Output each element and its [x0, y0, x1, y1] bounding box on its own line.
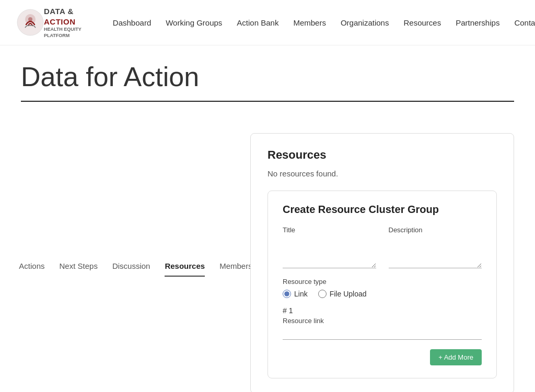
create-cluster-form-title: Create Resource Cluster Group [283, 204, 482, 216]
sidebar-item-next-steps[interactable]: Next Steps [60, 255, 98, 277]
radio-file-input[interactable] [318, 290, 327, 298]
description-field: Description [389, 226, 482, 268]
sidebar: Actions Next Steps Discussion Resources … [21, 133, 250, 392]
content-panel: Resources No resources found. Create Res… [250, 133, 514, 392]
nav-contact[interactable]: Contact [514, 18, 535, 27]
add-more-button[interactable]: + Add More [430, 349, 482, 365]
nav-action-bank[interactable]: Action Bank [237, 18, 278, 27]
title-input[interactable] [283, 237, 376, 268]
create-cluster-form: Create Resource Cluster Group Title Desc… [268, 191, 497, 378]
no-resources-text: No resources found. [268, 169, 497, 178]
sidebar-item-discussion[interactable]: Discussion [112, 255, 150, 277]
resources-heading: Resources [268, 148, 497, 162]
nav-partnerships[interactable]: Partnerships [456, 18, 499, 27]
resource-link-label: Resource link [283, 317, 482, 325]
nav-working-groups[interactable]: Working Groups [166, 18, 222, 27]
title-label: Title [283, 226, 376, 234]
resource-entry-num: # 1 [283, 306, 482, 315]
radio-link-option[interactable]: Link [283, 290, 308, 298]
radio-file-option[interactable]: File Upload [318, 290, 367, 298]
sidebar-item-members[interactable]: Members [219, 255, 252, 277]
add-more-row: + Add More [283, 349, 482, 365]
page-title-section: Data for Action [0, 45, 535, 123]
nav-dashboard[interactable]: Dashboard [113, 18, 151, 27]
resource-entry-1: # 1 Resource link [283, 306, 482, 340]
description-label: Description [389, 226, 482, 234]
nav-members[interactable]: Members [293, 18, 326, 27]
radio-file-label: File Upload [330, 290, 367, 298]
resource-type-label: Resource type [283, 278, 482, 286]
nav-resources[interactable]: Resources [403, 18, 441, 27]
page-title: Data for Action [21, 61, 514, 92]
resource-link-input[interactable] [283, 327, 482, 340]
radio-link-input[interactable] [283, 290, 291, 298]
resource-type-section: Resource type Link File Upload [283, 278, 482, 298]
logo-icon [17, 9, 44, 36]
description-input[interactable] [389, 237, 482, 268]
header: DATA & ACTION HEALTH EQUITY PLATFORM Das… [0, 0, 535, 45]
logo: DATA & ACTION HEALTH EQUITY PLATFORM [17, 6, 82, 39]
radio-link-label: Link [294, 290, 308, 298]
title-divider [21, 101, 514, 102]
title-description-row: Title Description [283, 226, 482, 268]
main-content: Actions Next Steps Discussion Resources … [0, 123, 535, 392]
svg-point-2 [28, 17, 32, 21]
radio-group: Link File Upload [283, 290, 482, 298]
nav-organizations[interactable]: Organizations [341, 18, 389, 27]
sidebar-item-actions[interactable]: Actions [19, 255, 44, 277]
main-nav: Dashboard Working Groups Action Bank Mem… [113, 18, 535, 27]
logo-text: DATA & ACTION HEALTH EQUITY PLATFORM [44, 6, 82, 39]
title-field: Title [283, 226, 376, 268]
sidebar-item-resources[interactable]: Resources [165, 255, 205, 277]
